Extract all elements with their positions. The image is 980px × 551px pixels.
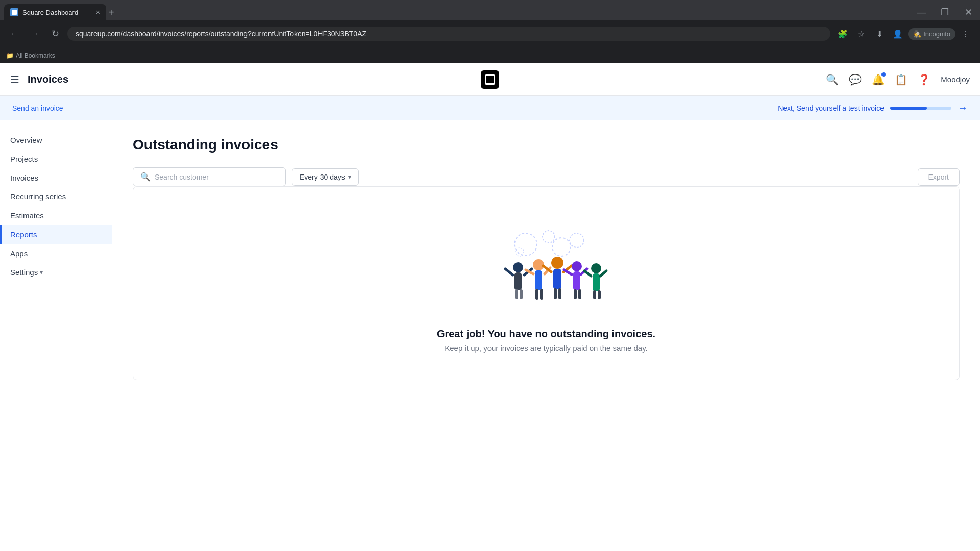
filter-label: Every 30 days: [300, 173, 345, 181]
svg-rect-33: [593, 290, 596, 299]
svg-point-2: [552, 238, 571, 256]
bookmark-icon[interactable]: ☆: [853, 26, 869, 42]
tab-favicon: [10, 8, 18, 16]
refresh-button[interactable]: ↻: [47, 26, 63, 42]
sidebar-item-recurring[interactable]: Recurring series: [0, 187, 112, 206]
square-logo: [481, 70, 499, 89]
svg-rect-24: [573, 271, 580, 290]
svg-rect-12: [535, 270, 542, 290]
active-tab[interactable]: Square Dashboard ×: [4, 4, 106, 20]
svg-line-7: [505, 269, 513, 275]
send-invoice-link[interactable]: Send an invoice: [12, 104, 63, 112]
sidebar: Overview Projects Invoices Recurring ser…: [0, 120, 112, 551]
svg-rect-28: [578, 289, 581, 299]
list-icon[interactable]: 📋: [895, 73, 908, 86]
svg-point-5: [513, 262, 523, 272]
progress-bar: [890, 107, 951, 110]
sidebar-item-estimates[interactable]: Estimates: [0, 206, 112, 225]
svg-line-32: [600, 271, 606, 276]
help-icon[interactable]: ❓: [918, 73, 930, 86]
menu-icon[interactable]: ⋮: [958, 26, 974, 42]
svg-rect-30: [593, 273, 600, 291]
download-icon[interactable]: ⬇: [871, 26, 888, 42]
progress-bar-fill: [890, 107, 927, 110]
address-bar[interactable]: [67, 27, 830, 41]
svg-point-1: [543, 231, 555, 243]
sidebar-item-settings[interactable]: Settings ▾: [0, 263, 112, 282]
banner-arrow-icon[interactable]: →: [958, 102, 968, 114]
sidebar-item-invoices[interactable]: Invoices: [0, 168, 112, 187]
search-icon[interactable]: 🔍: [826, 73, 839, 86]
dropdown-chevron-icon: ▾: [348, 173, 351, 181]
incognito-badge: 🕵 Incognito: [908, 28, 955, 40]
svg-rect-16: [540, 289, 543, 300]
banner-next-text: Next, Send yourself a test invoice: [778, 104, 884, 112]
bell-icon[interactable]: 🔔: [872, 73, 885, 86]
close-button[interactable]: ✕: [957, 2, 980, 22]
svg-rect-9: [515, 289, 518, 299]
notification-dot: [881, 72, 886, 77]
svg-point-17: [551, 257, 564, 269]
sidebar-item-overview[interactable]: Overview: [0, 131, 112, 149]
empty-state-subtitle: Keep it up, your invoices are typically …: [445, 344, 647, 353]
tab-close-button[interactable]: ×: [96, 8, 100, 16]
search-input[interactable]: [155, 173, 278, 181]
empty-state-illustration: [475, 214, 618, 316]
svg-point-4: [516, 248, 524, 256]
promo-banner: Send an invoice Next, Send yourself a te…: [0, 96, 980, 120]
app-header: ☰ Invoices 🔍 💬 🔔 📋 ❓ Moodjoy: [0, 63, 980, 96]
svg-rect-10: [520, 289, 523, 299]
svg-rect-15: [535, 289, 538, 300]
svg-rect-21: [554, 288, 557, 299]
user-name[interactable]: Moodjoy: [941, 75, 970, 84]
page-title: Outstanding invoices: [133, 137, 960, 153]
svg-point-3: [570, 233, 584, 247]
svg-point-23: [572, 261, 582, 271]
forward-button[interactable]: →: [27, 26, 43, 42]
svg-rect-22: [558, 288, 561, 299]
empty-state-title: Great job! You have no outstanding invoi…: [437, 328, 655, 340]
app-title: Invoices: [28, 73, 68, 85]
sidebar-item-apps[interactable]: Apps: [0, 244, 112, 263]
page-content: Outstanding invoices 🔍 Every 30 days ▾ E…: [112, 120, 980, 551]
svg-rect-27: [574, 289, 577, 299]
sidebar-item-reports[interactable]: Reports: [0, 225, 112, 244]
search-box: 🔍: [133, 167, 286, 186]
banner-right: Next, Send yourself a test invoice →: [778, 102, 968, 114]
content-area: Great job! You have no outstanding invoi…: [133, 186, 960, 380]
date-filter-dropdown[interactable]: Every 30 days ▾: [292, 168, 359, 186]
new-tab-button[interactable]: +: [108, 7, 114, 18]
profile-icon[interactable]: 👤: [890, 26, 906, 42]
main-content: Overview Projects Invoices Recurring ser…: [0, 120, 980, 551]
tab-title: Square Dashboard: [22, 9, 92, 16]
filter-bar: 🔍 Every 30 days ▾ Export: [133, 167, 960, 186]
chat-icon[interactable]: 💬: [849, 73, 862, 86]
sidebar-item-projects[interactable]: Projects: [0, 149, 112, 168]
extensions-icon[interactable]: 🧩: [835, 26, 851, 42]
svg-point-29: [591, 263, 601, 273]
svg-rect-34: [598, 290, 601, 299]
header-actions: 🔍 💬 🔔 📋 ❓ Moodjoy: [826, 73, 970, 86]
export-button[interactable]: Export: [918, 168, 960, 186]
back-button[interactable]: ←: [6, 26, 22, 42]
svg-point-0: [514, 233, 537, 256]
minimize-button[interactable]: —: [910, 2, 933, 22]
svg-line-31: [584, 271, 591, 276]
bookmarks-item[interactable]: 📁 All Bookmarks: [6, 52, 55, 59]
settings-chevron-icon: ▾: [40, 269, 43, 276]
search-icon: 🔍: [140, 172, 151, 182]
svg-rect-18: [553, 269, 561, 289]
svg-rect-6: [514, 272, 522, 290]
hamburger-menu-icon[interactable]: ☰: [10, 73, 19, 86]
maximize-button[interactable]: ❐: [933, 2, 957, 22]
